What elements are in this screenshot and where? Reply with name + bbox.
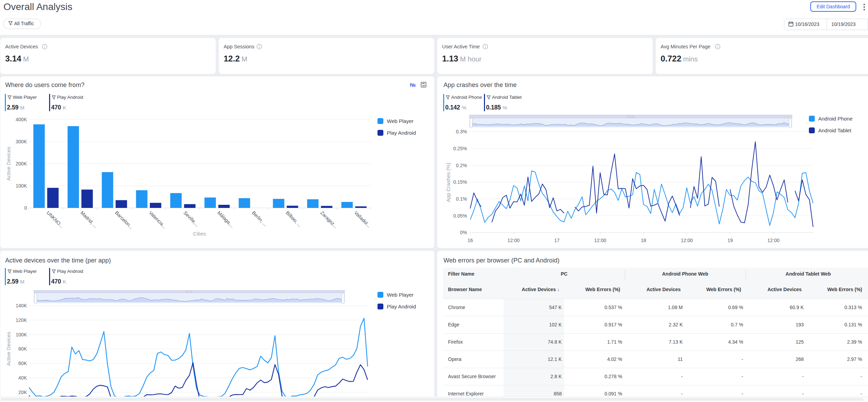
svg-text:12:00: 12:00 <box>507 238 520 243</box>
svg-text:120K: 120K <box>16 317 27 323</box>
svg-text:0.25%: 0.25% <box>453 146 467 151</box>
svg-text:12:00: 12:00 <box>767 238 780 243</box>
svg-text:Android Tablet: Android Tablet <box>818 127 851 133</box>
svg-text:Play Android: Play Android <box>387 130 416 136</box>
svg-text:16: 16 <box>468 238 473 243</box>
svg-text:12:00: 12:00 <box>681 238 693 243</box>
svg-text:140K: 140K <box>16 303 27 308</box>
svg-text:Zaragoz...: Zaragoz... <box>319 210 339 229</box>
svg-text:0.2%: 0.2% <box>456 163 467 168</box>
svg-text:100K: 100K <box>16 332 27 337</box>
svg-text:Valencia...: Valencia... <box>148 210 168 230</box>
svg-text:UNKNO...: UNKNO... <box>46 210 65 229</box>
svg-text:Madrid, ...: Madrid, ... <box>80 210 99 229</box>
svg-text:Web Player: Web Player <box>387 292 413 298</box>
svg-text:100K: 100K <box>16 183 27 189</box>
svg-text:0.15%: 0.15% <box>453 179 467 185</box>
svg-text:60K: 60K <box>18 361 27 366</box>
svg-text:Berlin, ...: Berlin, ... <box>251 210 268 227</box>
svg-text:Málaga,...: Málaga,... <box>216 210 235 229</box>
svg-text:Cities: Cities <box>193 231 206 237</box>
svg-text:20K: 20K <box>18 390 27 395</box>
svg-text:0.05%: 0.05% <box>453 213 467 219</box>
svg-text:Barcelon...: Barcelon... <box>114 210 134 230</box>
svg-text:Android Phone: Android Phone <box>818 116 852 122</box>
svg-text:17: 17 <box>554 238 560 243</box>
svg-text:0: 0 <box>24 205 27 211</box>
svg-text:0%: 0% <box>460 230 467 235</box>
svg-text:Valladol...: Valladol... <box>353 210 372 229</box>
svg-text:18: 18 <box>641 238 646 243</box>
svg-text:19: 19 <box>728 238 733 243</box>
svg-text:0.1%: 0.1% <box>456 196 467 202</box>
svg-text:Seville,...: Seville,... <box>183 210 200 228</box>
svg-text:400K: 400K <box>16 117 27 122</box>
svg-text:12:00: 12:00 <box>594 238 606 243</box>
svg-text:40K: 40K <box>18 375 27 381</box>
svg-text:Web Player: Web Player <box>387 118 413 124</box>
svg-text:Active Devices: Active Devices <box>6 147 11 181</box>
svg-text:Play Android: Play Android <box>387 304 416 309</box>
svg-text:200K: 200K <box>16 161 27 166</box>
svg-text:App Crashes (%): App Crashes (%) <box>445 163 451 202</box>
svg-text:Active Devices: Active Devices <box>6 332 11 366</box>
svg-text:300K: 300K <box>16 139 27 144</box>
svg-text:Bilbao, ...: Bilbao, ... <box>285 210 303 228</box>
svg-text:80K: 80K <box>18 346 27 352</box>
svg-text:0.3%: 0.3% <box>456 129 467 134</box>
